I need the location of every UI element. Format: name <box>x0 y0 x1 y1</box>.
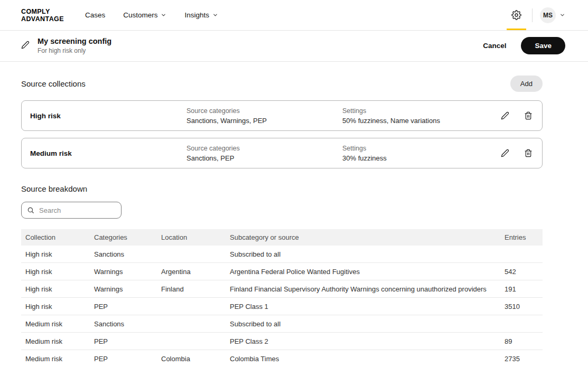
cell-location <box>157 246 226 263</box>
nav-item-label: Insights <box>184 11 209 19</box>
collection-categories: Source categories Sanctions, PEP <box>186 145 342 162</box>
categories-value: Sanctions, PEP <box>186 154 342 162</box>
collection-name: High risk <box>30 112 186 120</box>
cell-location <box>157 298 226 315</box>
collection-name: Medium risk <box>30 149 186 157</box>
pencil-icon <box>501 149 509 157</box>
cell-subcategory: Subscribed to all <box>226 246 500 263</box>
collection-categories: Source categories Sanctions, Warnings, P… <box>186 107 342 125</box>
cell-collection: Medium risk <box>21 315 90 333</box>
delete-collection-button[interactable] <box>523 110 534 121</box>
search-box <box>21 202 122 219</box>
table-row: High risk Warnings Argentina Argentina F… <box>21 263 543 280</box>
edit-collection-button[interactable] <box>500 148 510 158</box>
column-header-location: Location <box>157 229 226 246</box>
cell-collection: High risk <box>21 298 90 315</box>
edit-collection-button[interactable] <box>500 110 510 121</box>
cell-entries: 3510 <box>500 298 543 315</box>
top-nav: COMPLY ADVANTAGE Cases Customers Insight… <box>0 0 588 31</box>
table-row: High risk Sanctions Subscribed to all <box>21 246 543 263</box>
trash-icon <box>524 111 533 120</box>
cell-entries: 191 <box>500 280 543 298</box>
source-collections-header: Source collections Add <box>21 76 543 92</box>
save-button[interactable]: Save <box>521 37 565 54</box>
cancel-button[interactable]: Cancel <box>482 40 507 52</box>
cell-location: Argentina <box>157 263 226 280</box>
search-icon <box>27 206 34 214</box>
avatar: MS <box>540 7 556 23</box>
cell-entries: 89 <box>500 333 543 350</box>
cell-entries <box>500 315 543 333</box>
cell-collection: High risk <box>21 263 90 280</box>
main-content: Source collections Add High risk Source … <box>0 76 588 367</box>
cell-location: Finland <box>157 280 226 298</box>
logo-line-1: COMPLY <box>21 8 64 15</box>
source-collections-title: Source collections <box>21 79 86 88</box>
cell-collection: Medium risk <box>21 350 90 367</box>
nav-item-customers[interactable]: Customers <box>123 11 166 19</box>
complyadvantage-logo[interactable]: COMPLY ADVANTAGE <box>21 8 64 23</box>
cell-location: Colombia <box>157 350 226 367</box>
table-row: High risk Warnings Finland Finland Finan… <box>21 280 543 298</box>
gear-icon <box>511 10 521 20</box>
nav-item-cases[interactable]: Cases <box>85 11 105 19</box>
cell-entries: 542 <box>500 263 543 280</box>
cell-subcategory: Argentina Federal Police Wanted Fugitive… <box>226 263 500 280</box>
collection-actions <box>500 110 534 121</box>
cell-categories: Sanctions <box>90 315 157 333</box>
column-header-subcategory: Subcategory or source <box>226 229 500 246</box>
cell-subcategory: PEP Class 2 <box>226 333 500 350</box>
delete-collection-button[interactable] <box>523 148 534 158</box>
cell-subcategory: PEP Class 1 <box>226 298 500 315</box>
source-breakdown-title: Source breakdown <box>21 184 543 193</box>
table-row: Medium risk PEP PEP Class 2 89 <box>21 333 543 350</box>
collection-settings: Settings 30% fuzziness <box>342 145 500 162</box>
column-header-collection: Collection <box>21 229 90 246</box>
cell-categories: Warnings <box>90 263 157 280</box>
settings-nav-button[interactable] <box>506 0 527 30</box>
nav-divider <box>532 8 533 22</box>
header-actions: Cancel Save <box>482 37 565 54</box>
chevron-down-icon <box>161 12 166 18</box>
cell-location <box>157 333 226 350</box>
edit-config-name-button[interactable] <box>21 41 31 50</box>
categories-label: Source categories <box>186 145 342 152</box>
settings-label: Settings <box>342 107 500 115</box>
config-title-block: My screening config For high risk only <box>38 36 111 54</box>
cell-collection: Medium risk <box>21 333 90 350</box>
settings-label: Settings <box>342 145 500 152</box>
cell-categories: PEP <box>90 350 157 367</box>
search-input[interactable] <box>38 206 116 215</box>
nav-item-insights[interactable]: Insights <box>184 11 218 19</box>
cell-subcategory: Finland Financial Supervisory Authority … <box>226 280 500 298</box>
pencil-icon <box>21 41 30 49</box>
add-collection-button[interactable]: Add <box>510 76 543 92</box>
logo-line-2: ADVANTAGE <box>21 15 64 23</box>
categories-label: Source categories <box>186 107 342 115</box>
table-header-row: Collection Categories Location Subcatego… <box>21 229 543 246</box>
cell-collection: High risk <box>21 246 90 263</box>
primary-nav: Cases Customers Insights <box>85 11 218 19</box>
collection-actions <box>500 148 534 158</box>
cell-entries <box>500 246 543 263</box>
column-header-categories: Categories <box>90 229 157 246</box>
collection-card-medium-risk: Medium risk Source categories Sanctions,… <box>21 138 543 168</box>
cell-entries: 2735 <box>500 350 543 367</box>
cell-subcategory: Colombia Times <box>226 350 500 367</box>
account-menu-button[interactable]: MS <box>540 7 565 23</box>
cell-location <box>157 315 226 333</box>
cell-subcategory: Subscribed to all <box>226 315 500 333</box>
source-breakdown-table: Collection Categories Location Subcatego… <box>21 229 543 367</box>
chevron-down-icon <box>559 12 565 18</box>
cell-categories: PEP <box>90 333 157 350</box>
settings-value: 50% fuzziness, Name variations <box>342 117 500 125</box>
table-row: Medium risk PEP Colombia Colombia Times … <box>21 350 543 367</box>
chevron-down-icon <box>212 12 218 18</box>
page-subtitle: For high risk only <box>38 47 111 54</box>
settings-value: 30% fuzziness <box>342 154 500 162</box>
cell-categories: PEP <box>90 298 157 315</box>
nav-item-label: Cases <box>85 11 105 19</box>
page-title: My screening config <box>38 36 111 46</box>
cell-categories: Warnings <box>90 280 157 298</box>
cell-collection: High risk <box>21 280 90 298</box>
